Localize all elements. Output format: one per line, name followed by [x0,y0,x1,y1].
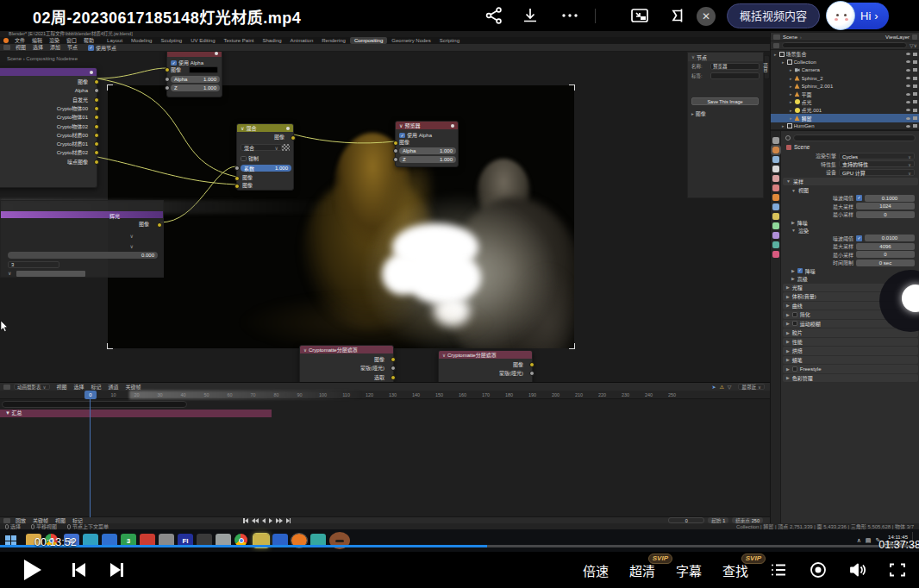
composite-node[interactable]: ✓ 使用 Alpha 图像 Alpha1.000 Z1.000 [166,52,222,97]
workspace-tab-compositing[interactable]: Compositing [350,37,387,44]
outliner-row[interactable]: ▸Collection [771,58,919,66]
workspace-tab-scripting[interactable]: Scripting [435,37,464,44]
cryptomatte-node-header[interactable]: ∨Cryptomatte分层遮罩 [300,346,393,353]
outliner-row[interactable]: ▸Sphinx_2.001 [771,82,919,90]
properties-tab-tool[interactable] [772,137,779,144]
z-value-field[interactable]: Z1.000 [399,156,456,163]
render-icon[interactable] [912,34,917,40]
compositor-menu-item[interactable]: 选择 [29,44,47,51]
visibility-eye-icon[interactable] [906,84,910,87]
editor-type-icon[interactable] [3,385,10,390]
outliner-row[interactable]: ▸平面 [771,90,919,97]
properties-tab-world[interactable] [772,185,779,191]
quality-button[interactable]: 超清SVIP [629,561,655,579]
visibility-camera-icon[interactable] [913,92,917,96]
visibility-eye-icon[interactable] [906,53,910,55]
node-socket[interactable] [94,106,99,111]
section-checkbox[interactable] [792,312,797,317]
playlist-icon[interactable] [769,560,788,579]
jump-to-start-button[interactable] [243,518,248,523]
node-socket[interactable] [94,97,99,103]
outliner-editor[interactable]: Scene › ViewLayer ▽∨ ▸场景集合▸Collection▸Ca… [771,33,919,131]
workspace-tab-modeling[interactable]: Modeling [127,37,156,44]
properties-tab-output[interactable] [772,156,779,163]
outliner-row[interactable]: ▸HumGen [771,122,919,130]
dope-sheet-menu-item[interactable]: 通道 [105,384,122,391]
tray-volume-icon[interactable]: ▤ [866,537,872,544]
render-button-icon[interactable] [90,71,93,74]
properties-section-胶片[interactable]: ▶胶片 [783,328,918,337]
visibility-camera-icon[interactable] [913,100,917,103]
outliner-row[interactable]: ▸Camera [771,66,919,74]
properties-tab-object[interactable] [772,194,779,201]
properties-search-input[interactable] [793,134,916,141]
outliner-row[interactable]: ▸Sphinx_2 [771,74,919,82]
node-socket[interactable] [529,371,535,376]
properties-tab-material[interactable] [772,251,779,258]
mix-node[interactable]: ∨ 混合 图像 混合∨ 钳制 系数1.000 图像图像 [236,123,294,191]
use-nodes-checkbox[interactable]: ✓ [88,45,94,51]
share-icon[interactable] [485,6,503,25]
fullscreen-icon[interactable] [888,560,907,579]
visibility-camera-icon[interactable] [913,84,917,88]
outliner-row[interactable]: ▸点光 [771,98,919,106]
viewer-node-header[interactable]: ∨ 预览器 [396,122,458,129]
next-keyframe-button[interactable] [276,518,283,523]
node-socket[interactable] [391,357,396,362]
visibility-camera-icon[interactable] [913,109,917,112]
properties-subsection-视图[interactable]: ▼视图 [781,186,919,194]
node-socket[interactable] [94,133,99,138]
properties-tab-particles[interactable] [772,213,779,220]
properties-section-性能[interactable]: ▶性能 [783,338,918,347]
collapse-arrow-icon[interactable]: ∨ [130,233,134,239]
display-mode-icon[interactable] [773,43,779,48]
visibility-camera-icon[interactable] [913,60,917,64]
property-checkbox[interactable]: ✓ [856,235,862,241]
property-value[interactable]: 1024 [856,203,915,210]
properties-tab-constraints[interactable] [772,232,779,239]
node-label-field[interactable] [710,72,760,79]
cryptomatte-node-2[interactable]: ∨Cryptomatte分层遮罩图像蒙版(哑光) [438,350,533,382]
outliner-row[interactable]: ▸点光.001 [771,106,919,114]
property-value[interactable]: Cycles∨ [839,153,915,160]
more-icon[interactable] [560,6,579,25]
property-value[interactable]: GPU 计算∨ [839,169,915,176]
subtitles-button[interactable]: 字幕 [676,561,702,579]
node-socket[interactable] [165,77,170,82]
property-checkbox[interactable]: ✓ [856,195,862,201]
visibility-eye-icon[interactable] [906,109,910,111]
node-socket[interactable] [94,150,99,155]
node-editor[interactable]: Scene › Compositing Nodetree [0,52,770,382]
visibility-camera-icon[interactable] [913,77,917,80]
clamp-toggle[interactable]: 钳制 [241,154,259,162]
cursor-tool-icon[interactable]: ➤ [711,384,716,390]
cryptomatte-node-1[interactable]: ∨Cryptomatte分层遮罩图像蒙版(哑光)选取 [299,345,394,382]
frame-ruler[interactable]: 1020304050607080901001101201301401501601… [0,391,770,399]
node-socket[interactable] [393,148,398,153]
properties-section-色彩管理[interactable]: ▶色彩管理 [783,374,918,383]
properties-subsection-渲染[interactable]: ▼渲染 [781,227,919,235]
visibility-eye-icon[interactable] [906,69,910,72]
properties-tab-scene[interactable] [772,175,779,182]
node-socket[interactable] [291,135,296,141]
visibility-camera-icon[interactable] [913,68,917,72]
next-video-button[interactable] [110,563,123,577]
playhead-frame-chip[interactable]: 0 [84,391,97,399]
visibility-camera-icon[interactable] [913,116,917,120]
properties-tab-modifiers[interactable] [772,203,779,210]
use-alpha-toggle[interactable]: ✓ 使用 Alpha [171,59,203,66]
expand-arrow-icon[interactable]: ▸ [790,116,792,121]
blender-logo-icon[interactable] [3,38,9,43]
video-frame[interactable]: Blender* [E:\2021工程文件\bbb\blender材质4灯光.j… [0,31,919,552]
use-alpha-toggle[interactable]: ✓ 使用 Alpha [399,131,432,139]
dope-sheet-mode-select[interactable]: 动画摄影表∨ [14,384,50,390]
collapse-arrow-icon[interactable]: ∨ [130,243,134,249]
node-socket[interactable] [94,141,99,147]
channel-search-input[interactable] [2,401,187,408]
node-socket[interactable] [391,366,396,371]
workspace-tab-geometry-nodes[interactable]: Geometry Nodes [387,37,434,44]
node-socket[interactable] [165,67,170,72]
glare-node[interactable]: 辉光 图像 ∨ ∨ 0.000 3 ∨ [0,200,164,278]
properties-tab-object-data[interactable] [772,241,779,248]
properties-section-Freestyle[interactable]: ▶Freestyle [783,365,918,373]
